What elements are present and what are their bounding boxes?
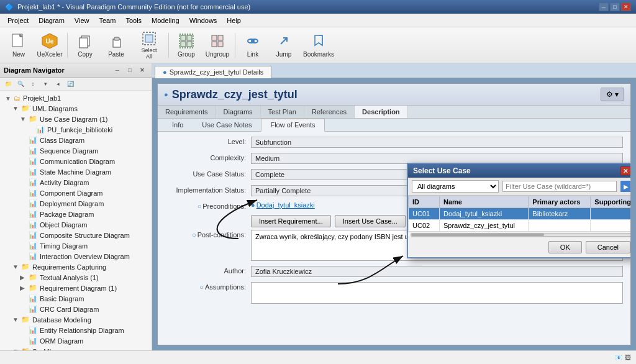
tree-item-pu[interactable]: ▶ 📊 PU_funkcje_biblioteki	[25, 124, 149, 135]
tree-item-object[interactable]: ▶ 📊 Object Diagram	[17, 219, 149, 230]
menu-help[interactable]: Help	[222, 16, 246, 25]
precond-link[interactable]: Dodaj_tytul_ksiazki	[257, 201, 315, 209]
group-button[interactable]: Group	[171, 30, 201, 61]
diagram-icon: 📊	[29, 210, 37, 218]
menu-windows[interactable]: Windows	[184, 16, 222, 25]
dialog-search-button[interactable]: ▶	[620, 181, 630, 192]
tab-bar: ● Sprawdz_czy_jest_tytul Details	[152, 63, 636, 78]
tab-icon: ●	[163, 68, 167, 76]
sidebar-add-btn[interactable]: 📁	[2, 79, 14, 89]
tab-description[interactable]: Description	[355, 106, 408, 118]
tree-item-usecase[interactable]: ▼ 📁 Use Case Diagram (1)	[17, 114, 149, 124]
subtab-notes[interactable]: Use Case Notes	[193, 119, 261, 131]
dialog-cancel-button[interactable]: Cancel	[586, 241, 630, 253]
tree-item-composite[interactable]: ▶ 📊 Composite Structure Diagram	[17, 230, 149, 240]
ungroup-button[interactable]: Ungroup	[202, 30, 232, 61]
tree-item-sysml[interactable]: ▼ 📁 SysML	[10, 346, 149, 350]
tree-item-uml[interactable]: ▼ 📁 UML Diagrams	[10, 103, 149, 114]
level-value: Subfunction	[251, 137, 623, 148]
tree-item-textual[interactable]: ▶ 📁 Textual Analysis (1)	[17, 272, 149, 283]
copy-button[interactable]: Copy	[70, 30, 100, 61]
tree-item-deployment[interactable]: ▶ 📊 Deployment Diagram	[17, 198, 149, 209]
sidebar-sort-btn[interactable]: ↕	[27, 79, 39, 89]
maximize-button[interactable]: □	[610, 2, 620, 11]
expand-icon: ▼	[5, 95, 11, 102]
diagram-icon: 📊	[29, 231, 37, 239]
author-value: Zofia Kruczkiewicz	[251, 266, 623, 277]
tree-item-erd[interactable]: ▶ 📊 Entity Relationship Diagram	[17, 325, 149, 335]
folder-icon: 📁	[21, 104, 30, 112]
tree-item-class[interactable]: ▶ 📊 Class Diagram	[17, 135, 149, 145]
sidebar-refresh-btn[interactable]: 🔄	[65, 79, 76, 89]
precond-radio-indicator: ●	[251, 201, 255, 209]
dialog-ok-button[interactable]: OK	[548, 241, 582, 253]
tab-testplan[interactable]: Test Plan	[261, 106, 304, 118]
new-button[interactable]: New	[4, 30, 34, 61]
tree-item-orm[interactable]: ▶ 📊 ORM Diagram	[17, 335, 149, 346]
svg-rect-19	[212, 42, 217, 47]
expand-icon: ▼	[20, 116, 26, 122]
tab-references[interactable]: References	[304, 106, 355, 118]
select-all-button[interactable]: Select All	[132, 30, 166, 61]
tree-item-communication[interactable]: ▶ 📊 Communication Diagram	[17, 156, 149, 166]
select-usecase-dialog: Select Use Case ✕ All diagrams ▶ ID Name	[407, 163, 630, 258]
insert-requirement-button[interactable]: Insert Requirement...	[251, 215, 331, 227]
menu-diagram[interactable]: Diagram	[34, 16, 70, 25]
dialog-close-button[interactable]: ✕	[620, 166, 630, 175]
settings-dropdown-icon: ▾	[615, 90, 619, 99]
table-row[interactable]: UC01 Dodaj_tytul_ksiazki Bibliotekarz	[409, 208, 631, 220]
svg-rect-20	[218, 42, 223, 47]
uc-form: Level: Subfunction Complexity: Medium Us…	[158, 132, 630, 345]
tree-item-timing[interactable]: ▶ 📊 Timing Diagram	[17, 240, 149, 251]
menu-project[interactable]: Project	[2, 16, 34, 25]
assumptions-value[interactable]	[251, 282, 623, 304]
menu-view[interactable]: View	[70, 16, 94, 25]
paste-button[interactable]: Paste	[101, 30, 131, 61]
subtab-flowofevents[interactable]: Flow of Events	[261, 119, 324, 132]
tab-details[interactable]: ● Sprawdz_czy_jest_tytul Details	[155, 66, 271, 78]
tree-item-statemachine[interactable]: ▶ 📊 State Machine Diagram	[17, 166, 149, 177]
tab-diagrams[interactable]: Diagrams	[216, 106, 260, 118]
new-icon	[10, 32, 27, 50]
insert-usecase-button[interactable]: Insert Use Case...	[335, 215, 406, 227]
uc-title: Sprawdz_czy_jest_tytul	[172, 88, 298, 101]
sidebar-close-btn[interactable]: ✕	[137, 65, 148, 75]
tree-item-package[interactable]: ▶ 📊 Package Diagram	[17, 209, 149, 219]
sidebar-search-btn[interactable]: 🔍	[15, 79, 26, 89]
menu-team[interactable]: Team	[94, 16, 120, 25]
tab-requirements[interactable]: Requirements	[158, 106, 216, 118]
sidebar-nav-btn[interactable]: ◂	[52, 79, 63, 89]
sidebar-expand-btn[interactable]: □	[124, 65, 135, 75]
sidebar-content: ▼ 🗂 Projekt_lab1 ▼ 📁 UML Diagrams ▼ 📁 Us…	[0, 91, 152, 350]
bookmarks-button[interactable]: Bookmarks	[300, 30, 337, 61]
tree-item-requirements[interactable]: ▼ 📁 Requirements Capturing	[10, 262, 149, 272]
tree-item-crc[interactable]: ▶ 📊 CRC Card Diagram	[17, 304, 149, 314]
menu-modeling[interactable]: Modeling	[147, 16, 184, 25]
jump-button[interactable]: Jump	[269, 30, 299, 61]
sidebar-collapse-btn[interactable]: ─	[112, 65, 123, 75]
close-button[interactable]: ✕	[621, 2, 631, 11]
tree-item-component[interactable]: ▶ 📊 Component Diagram	[17, 188, 149, 198]
expand-icon: ▶	[20, 274, 26, 281]
cell-actors: Bibliotekarz	[529, 208, 591, 220]
tree-item-activity[interactable]: ▶ 📊 Activity Diagram	[17, 177, 149, 188]
tree-item-basic[interactable]: ▶ 📊 Basic Diagram	[17, 293, 149, 304]
dialog-filter-input[interactable]	[502, 181, 617, 192]
menu-tools[interactable]: Tools	[120, 16, 147, 25]
tree-item-interaction[interactable]: ▶ 📊 Interaction Overview Diagram	[17, 251, 149, 262]
tree-item-sequence[interactable]: ▶ 📊 Sequence Diagram	[17, 145, 149, 156]
link-button[interactable]: Link	[238, 30, 268, 61]
tree-item-projekt[interactable]: ▼ 🗂 Projekt_lab1	[2, 93, 149, 103]
cell-supporting	[591, 220, 630, 232]
tree-item-reqdiagram[interactable]: ▶ 📁 Requirement Diagram (1)	[17, 283, 149, 293]
subtab-info[interactable]: Info	[163, 119, 193, 131]
table-row[interactable]: UC02 Sprawdz_czy_jest_tytul	[409, 220, 631, 232]
tree-item-dbmodeling[interactable]: ▼ 📁 Database Modeling	[10, 314, 149, 325]
minimize-button[interactable]: ─	[599, 2, 609, 11]
main-area: Diagram Navigator ─ □ ✕ 📁 🔍 ↕ ▾ ◂ 🔄 ▼ 🗂 …	[0, 63, 636, 350]
uc-settings-button[interactable]: ⚙ ▾	[601, 88, 624, 101]
uexceler-button[interactable]: Ue UeXceler	[35, 30, 65, 61]
sidebar-filter-btn[interactable]: ▾	[40, 79, 51, 89]
dialog-dropdown[interactable]: All diagrams	[412, 180, 499, 193]
radio-icon: ○	[198, 202, 202, 210]
